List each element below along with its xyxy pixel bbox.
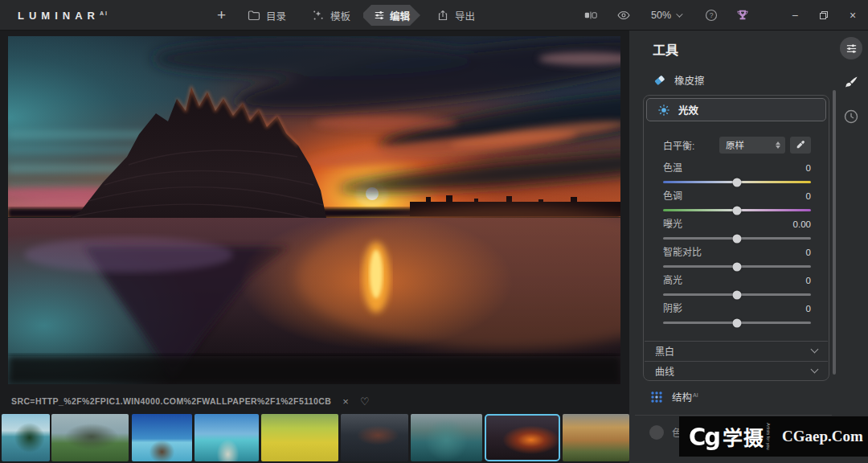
slider-exposure: 曝光0.00 <box>663 216 811 243</box>
slider-handle[interactable] <box>733 290 742 299</box>
favorite-heart-icon[interactable]: ♡ <box>360 395 370 408</box>
slider-label: 曝光 <box>663 216 682 230</box>
tools-panel: 工具 橡皮擦 光效 白平衡: 原样 <box>629 31 868 463</box>
slider-smart-contrast: 智能对比0 <box>663 244 811 271</box>
panel-scrollbar[interactable] <box>833 90 836 375</box>
slider-handle[interactable] <box>733 262 742 271</box>
white-balance-row: 白平衡: 原样 <box>663 136 811 154</box>
white-balance-eyedropper-button[interactable] <box>790 137 811 154</box>
history-button[interactable] <box>843 109 859 125</box>
filmstrip-thumb[interactable] <box>132 414 192 461</box>
slider-handle[interactable] <box>733 206 742 215</box>
subsection-curves[interactable]: 曲线 <box>655 362 817 380</box>
magic-wand-icon <box>312 9 325 22</box>
white-balance-value: 原样 <box>726 138 744 151</box>
panel-title: 工具 <box>653 39 678 59</box>
preview-toggle-button[interactable] <box>617 0 630 31</box>
close-icon[interactable]: × <box>342 395 349 408</box>
filmstrip-thumb[interactable] <box>261 414 338 461</box>
filename-text: SRC=HTTP_%2F%2FPIC1.WIN4000.COM%2FWALLPA… <box>11 396 331 406</box>
slider-handle[interactable] <box>733 318 742 327</box>
add-photos-button[interactable]: + <box>217 0 226 31</box>
compare-icon <box>584 9 597 22</box>
filmstrip-thumb[interactable] <box>341 414 408 461</box>
site-watermark: Cg 学摄 Artists for you CGaep.Com <box>679 416 868 457</box>
watermark-tagline: Artists for you <box>766 423 771 450</box>
tab-catalog[interactable]: 目录 <box>248 0 286 31</box>
slider-label: 色温 <box>663 160 682 174</box>
filmstrip-thumb[interactable] <box>51 414 129 461</box>
panel-divider <box>635 415 832 416</box>
slider-highlights: 高光0 <box>663 272 811 299</box>
window-minimize-button[interactable]: − <box>781 0 809 31</box>
tab-catalog-label: 目录 <box>266 8 286 23</box>
slider-track[interactable] <box>663 265 811 268</box>
white-balance-label: 白平衡: <box>663 138 694 152</box>
compare-view-button[interactable] <box>584 0 597 31</box>
updown-chevrons-icon <box>776 141 780 149</box>
slider-handle[interactable] <box>733 178 742 186</box>
tab-edit-active[interactable]: 编辑 <box>363 5 420 26</box>
tab-templates[interactable]: 模板 <box>312 0 350 31</box>
zoom-level-dropdown[interactable]: 50% <box>651 0 681 31</box>
tool-structure-ai[interactable]: 结构AI <box>649 389 698 404</box>
eye-icon <box>617 9 630 22</box>
white-balance-dropdown[interactable]: 原样 <box>719 137 785 154</box>
restore-icon <box>820 11 828 19</box>
watermark-site-url: CGaep.Com <box>782 428 863 445</box>
slider-value: 0 <box>806 163 811 173</box>
filmstrip-thumb-selected[interactable] <box>485 414 560 461</box>
slider-track[interactable] <box>663 322 811 324</box>
tool-light[interactable]: 光效 <box>646 98 826 121</box>
slider-temperature: 色温0 <box>663 160 811 186</box>
question-mark-icon: ? <box>705 9 718 22</box>
filmstrip-thumb[interactable] <box>2 414 50 461</box>
filmstrip-thumb[interactable] <box>411 414 482 461</box>
subsection-black-white[interactable]: 黑白 <box>655 342 817 360</box>
filmstrip-thumb[interactable] <box>194 414 259 461</box>
slider-value: 0 <box>806 304 811 313</box>
tab-export[interactable]: 导出 <box>436 0 475 31</box>
folder-icon <box>248 9 260 22</box>
chevron-down-icon <box>811 366 819 374</box>
slider-track[interactable] <box>663 237 811 240</box>
slider-track[interactable] <box>663 181 811 183</box>
filmstrip-thumb[interactable] <box>563 414 629 461</box>
brush-icon <box>843 75 859 91</box>
window-close-button[interactable]: × <box>839 0 866 31</box>
sun-icon <box>657 104 670 117</box>
tool-eraser[interactable]: 橡皮擦 <box>653 72 705 88</box>
svg-text:?: ? <box>710 11 714 19</box>
tab-export-label: 导出 <box>455 8 475 23</box>
structure-dots-icon <box>649 390 664 404</box>
slider-handle[interactable] <box>733 234 742 243</box>
tool-eraser-label: 橡皮擦 <box>674 72 705 88</box>
subsection-label: 黑白 <box>655 344 674 358</box>
window-restore-button[interactable] <box>810 0 837 31</box>
app-logo: LUMINARAI <box>18 10 108 22</box>
color-wheel-icon <box>649 425 664 440</box>
filmstrip <box>0 414 629 463</box>
slider-value: 0 <box>806 276 811 285</box>
brush-tool-button[interactable] <box>843 75 859 91</box>
slider-value: 0 <box>806 191 811 201</box>
tool-light-label: 光效 <box>678 102 698 117</box>
luminar-app-window: LUMINARAI + 目录 模板 编辑 导出 <box>0 0 868 463</box>
logo-sup: AI <box>100 10 108 16</box>
slider-track[interactable] <box>663 209 811 211</box>
watermark-cg-logo: Cg <box>689 422 719 451</box>
slider-label: 色调 <box>663 188 682 202</box>
light-tool-box: 光效 白平衡: 原样 色温0 色调0 <box>643 95 829 381</box>
help-button[interactable]: ? <box>705 0 718 31</box>
sliders-icon <box>845 43 858 55</box>
sliders-icon <box>374 10 385 21</box>
achievements-button[interactable] <box>735 0 750 31</box>
photo-canvas-image[interactable] <box>8 36 620 384</box>
top-toolbar: LUMINARAI + 目录 模板 编辑 导出 <box>0 0 868 31</box>
chevron-down-icon <box>676 10 682 17</box>
filename-bar: SRC=HTTP_%2F%2FPIC1.WIN4000.COM%2FWALLPA… <box>11 394 370 408</box>
slider-track[interactable] <box>663 293 811 296</box>
edit-tools-toggle-button[interactable] <box>840 37 862 59</box>
trophy-icon <box>735 8 750 23</box>
subsection-label: 曲线 <box>655 364 674 378</box>
